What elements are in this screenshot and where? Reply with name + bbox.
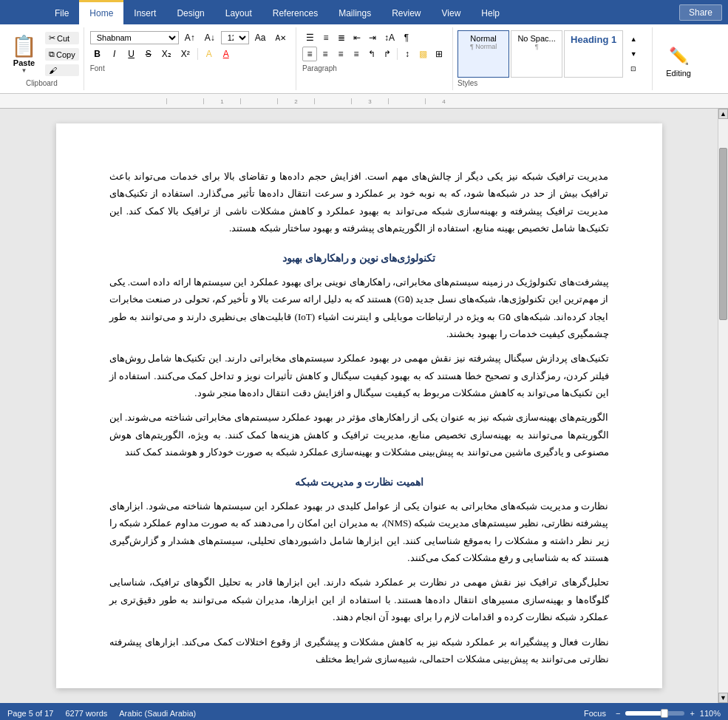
clear-formatting-button[interactable]: A✕ bbox=[271, 30, 290, 45]
vertical-scrollbar[interactable]: ▲ ▼ bbox=[718, 109, 728, 703]
heading-2: اهمیت نظارت و مدیریت شبکه bbox=[109, 473, 609, 492]
show-paragraph-button[interactable]: ¶ bbox=[399, 30, 414, 45]
tab-design[interactable]: Design bbox=[166, 0, 214, 24]
tab-insert[interactable]: Insert bbox=[123, 0, 166, 24]
increase-indent-button[interactable]: ⇥ bbox=[365, 30, 380, 45]
tab-help[interactable]: Help bbox=[471, 0, 510, 24]
italic-button[interactable]: I bbox=[107, 47, 122, 61]
editing-section: ✏️ Editing bbox=[653, 27, 704, 90]
multilevel-list-button[interactable]: ≣ bbox=[334, 30, 349, 45]
cut-icon: ✂ bbox=[49, 33, 55, 43]
format-painter-icon: 🖌 bbox=[49, 66, 57, 75]
styles-expand[interactable]: ⊡ bbox=[626, 61, 641, 76]
superscript-button[interactable]: X² bbox=[177, 47, 194, 61]
line-spacing-button[interactable]: ↕ bbox=[400, 47, 415, 61]
font-size-decrease-button[interactable]: A↓ bbox=[201, 30, 219, 45]
style-no-spacing[interactable]: No Spac... ¶ bbox=[511, 30, 562, 78]
paste-label: Paste bbox=[13, 58, 35, 67]
document-page: مدیریت ترافیک شبکه نیز یکی دیگر از چالش‌… bbox=[56, 123, 662, 688]
tab-file[interactable]: File bbox=[44, 0, 79, 24]
para-1: مدیریت ترافیک شبکه نیز یکی دیگر از چالش‌… bbox=[109, 168, 609, 237]
zoom-out-button[interactable]: − bbox=[613, 709, 622, 718]
styles-scroll-up[interactable]: ▲ bbox=[626, 32, 641, 47]
sort-button[interactable]: ↕A bbox=[381, 30, 398, 45]
font-section: Shabnam A↑ A↓ 12 Aa A✕ B I U S X₂ X² A A… bbox=[84, 27, 296, 90]
font-color-button[interactable]: A bbox=[219, 47, 234, 61]
align-right-button[interactable]: ≡ bbox=[333, 47, 348, 61]
language-indicator[interactable]: Arabic (Saudi Arabia) bbox=[119, 709, 196, 718]
copy-icon: ⧉ bbox=[49, 50, 55, 59]
numbering-button[interactable]: ≡ bbox=[319, 30, 333, 45]
styles-section: Normal ¶ Normal No Spac... ¶ Heading 1 ▲… bbox=[453, 27, 653, 90]
tab-mailings[interactable]: Mailings bbox=[328, 0, 381, 24]
tab-home[interactable]: Home bbox=[79, 0, 123, 24]
tab-layout[interactable]: Layout bbox=[215, 0, 262, 24]
editing-label: Editing bbox=[666, 69, 691, 78]
scrollbar-track[interactable] bbox=[718, 119, 728, 693]
horizontal-ruler: 1 2 3 4 bbox=[0, 94, 728, 109]
shading-button[interactable]: ▩ bbox=[415, 47, 431, 61]
clipboard-section-label: Clipboard bbox=[26, 79, 58, 87]
paragraph-section-label: Paragraph bbox=[302, 64, 337, 72]
zoom-level[interactable]: 110% bbox=[700, 709, 721, 718]
status-bar: Page 5 of 17 6277 words Arabic (Saudi Ar… bbox=[0, 703, 728, 720]
para-5: نظارت و مدیریت شبکه‌های مخابراتی به عنوا… bbox=[109, 497, 609, 567]
font-name-dropdown[interactable]: Shabnam bbox=[90, 31, 179, 44]
ltr-button[interactable]: ↱ bbox=[380, 47, 395, 61]
cut-button[interactable]: ✂ Cut bbox=[45, 32, 79, 44]
page-indicator[interactable]: Page 5 of 17 bbox=[7, 709, 53, 718]
zoom-slider[interactable] bbox=[625, 711, 684, 716]
styles-section-label: Styles bbox=[457, 79, 647, 87]
bold-button[interactable]: B bbox=[90, 47, 105, 61]
paste-dropdown-arrow: ▼ bbox=[21, 67, 27, 74]
font-section-label: Font bbox=[90, 64, 105, 72]
subscript-button[interactable]: X₂ bbox=[158, 47, 175, 61]
ribbon: File Home Insert Design Layout Reference… bbox=[0, 0, 728, 24]
clipboard-section: 📋 Paste ▼ ✂ Cut ⧉ Copy 🖌 bbox=[0, 27, 84, 90]
rtl-button[interactable]: ↰ bbox=[364, 47, 379, 61]
focus-button[interactable]: Focus bbox=[584, 709, 606, 718]
style-normal[interactable]: Normal ¶ Normal bbox=[457, 30, 509, 78]
font-size-dropdown[interactable]: 12 bbox=[221, 31, 249, 44]
para-4: الگوریتم‌های بهینه‌سازی شبکه نیز به عنوا… bbox=[109, 409, 609, 461]
document-area: مدیریت ترافیک شبکه نیز یکی دیگر از چالش‌… bbox=[0, 109, 728, 703]
para-2: پیشرفت‌های تکنولوژیک در زمینه سیستم‌های … bbox=[109, 274, 609, 343]
align-left-button[interactable]: ≡ bbox=[302, 47, 317, 61]
copy-button[interactable]: ⧉ Copy bbox=[45, 48, 79, 61]
editing-icon: ✏️ bbox=[669, 47, 689, 66]
borders-button[interactable]: ⊞ bbox=[432, 47, 446, 61]
underline-button[interactable]: U bbox=[124, 47, 139, 61]
share-button[interactable]: Share bbox=[679, 4, 722, 21]
heading-1: تکنولوژی‌های نوین و راهکارهای بهبود bbox=[109, 249, 609, 268]
scrollbar-thumb[interactable] bbox=[719, 148, 727, 320]
para-3: تکنیک‌های پردازش سیگنال پیشرفته نیز نقش … bbox=[109, 350, 609, 401]
font-size-increase-button[interactable]: A↑ bbox=[181, 30, 199, 45]
para-6: تحلیل‌گرهای ترافیک نیز نقش مهمی در نظارت… bbox=[109, 574, 609, 625]
bullets-button[interactable]: ☰ bbox=[302, 30, 318, 45]
decrease-indent-button[interactable]: ⇤ bbox=[350, 30, 364, 45]
tab-references[interactable]: References bbox=[262, 0, 328, 24]
status-right-group: Focus − + 110% bbox=[584, 709, 721, 718]
format-painter-button[interactable]: 🖌 bbox=[45, 64, 79, 76]
tab-review[interactable]: Review bbox=[381, 0, 431, 24]
tab-view[interactable]: View bbox=[432, 0, 472, 24]
document-scroll[interactable]: مدیریت ترافیک شبکه نیز یکی دیگر از چالش‌… bbox=[0, 109, 718, 703]
ribbon-body: 📋 Paste ▼ ✂ Cut ⧉ Copy 🖌 bbox=[0, 24, 728, 94]
para-7: نظارت فعال و پیشگیرانه بر عملکرد شبکه نی… bbox=[109, 634, 609, 668]
styles-scroll-down[interactable]: ▼ bbox=[626, 47, 641, 61]
zoom-controls: − + 110% bbox=[613, 709, 721, 718]
word-count[interactable]: 6277 words bbox=[65, 709, 107, 718]
ribbon-tab-bar: File Home Insert Design Layout Reference… bbox=[0, 0, 728, 24]
justify-button[interactable]: ≡ bbox=[349, 47, 364, 61]
change-case-button[interactable]: Aa bbox=[251, 30, 270, 45]
strikethrough-button[interactable]: S bbox=[141, 47, 156, 61]
document-content[interactable]: مدیریت ترافیک شبکه نیز یکی دیگر از چالش‌… bbox=[109, 168, 609, 668]
style-heading1[interactable]: Heading 1 bbox=[564, 30, 623, 78]
paste-button[interactable]: 📋 Paste ▼ bbox=[4, 30, 44, 78]
align-center-button[interactable]: ≡ bbox=[318, 47, 333, 61]
scroll-down-button[interactable]: ▼ bbox=[718, 693, 728, 703]
text-highlight-button[interactable]: A bbox=[202, 47, 217, 61]
scroll-up-button[interactable]: ▲ bbox=[718, 109, 728, 119]
paste-icon: 📋 bbox=[11, 34, 37, 58]
zoom-in-button[interactable]: + bbox=[687, 709, 696, 718]
